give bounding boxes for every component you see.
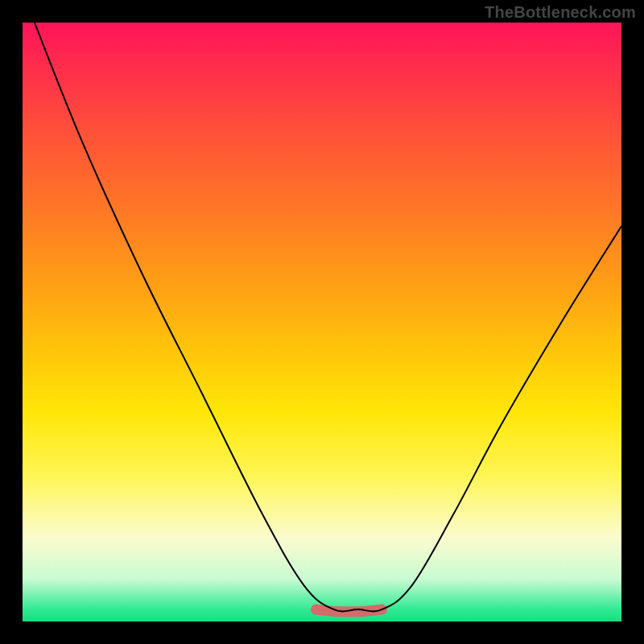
watermark-text: TheBottleneck.com (485, 3, 636, 22)
chart-svg (23, 23, 621, 621)
chart-frame: TheBottleneck.com (0, 0, 644, 644)
plot-area (23, 23, 621, 621)
bottleneck-curve-line (35, 23, 621, 612)
